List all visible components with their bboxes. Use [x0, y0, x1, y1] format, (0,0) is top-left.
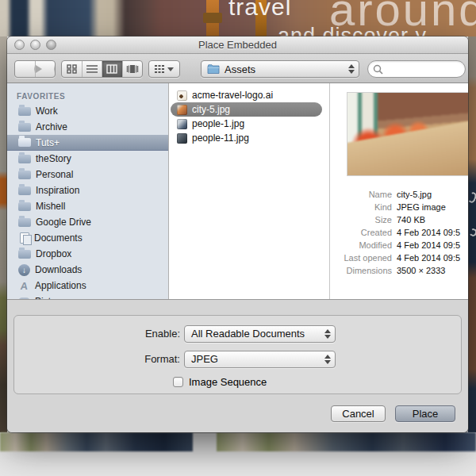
file-row-people-11[interactable]: people-11.jpg [171, 131, 322, 145]
format-row: Format: JPEG [7, 351, 468, 368]
metadata-label: Last opened [330, 253, 397, 263]
sidebar-item-inspiration[interactable]: Inspiration [7, 182, 168, 198]
folder-icon [207, 64, 220, 75]
icon-view-icon [67, 64, 77, 74]
enable-popup[interactable]: All Readable Documents [184, 325, 336, 343]
sidebar-item-label: Personal [36, 169, 73, 180]
coverflow-view-button[interactable] [123, 61, 143, 77]
action-menu-button[interactable] [148, 60, 180, 78]
format-popup[interactable]: JPEG [184, 351, 336, 368]
sidebar-item-pictures[interactable]: Pictures [7, 294, 168, 299]
zoom-window-button[interactable] [46, 40, 56, 50]
metadata-value: JPEG image [397, 202, 446, 212]
poster-script-fragment [469, 228, 476, 237]
backpack-buckle [203, 13, 222, 23]
sidebar-item-label: Documents [34, 232, 83, 244]
popup-stepper-icon [322, 352, 333, 367]
file-list: acme-travel-logo.ai city-5.jpg people-1.… [169, 83, 330, 299]
metadata-row: KindJPEG image [330, 201, 468, 213]
minimize-window-button[interactable] [30, 40, 40, 50]
metadata-row: Dimensions3500 × 2333 [330, 264, 468, 277]
metadata-row: Last opened4 Feb 2014 09:5 [330, 251, 468, 264]
sidebar-item-thestory[interactable]: theStory [7, 151, 168, 167]
image-sequence-label: Image Sequence [189, 376, 267, 388]
close-window-button[interactable] [14, 40, 25, 50]
file-row-acme-travel-logo[interactable]: acme-travel-logo.ai [171, 88, 322, 102]
sidebar-item-personal[interactable]: Personal [7, 167, 168, 182]
action-grid-icon [155, 64, 164, 74]
image-file-icon [177, 105, 187, 115]
toolbar: Assets [7, 54, 468, 83]
sidebar-item-mishell[interactable]: Mishell [7, 198, 168, 214]
metadata-label: Modified [330, 240, 397, 250]
sidebar-item-label: theStory [36, 153, 71, 164]
search-field[interactable] [367, 60, 466, 78]
background-photo-left [0, 432, 193, 451]
sidebar-item-archive[interactable]: Archive [7, 119, 168, 135]
image-file-icon [177, 119, 187, 129]
sidebar-item-google-drive[interactable]: Google Drive [7, 214, 168, 230]
metadata-value: city-5.jpg [397, 190, 432, 199]
title-bar[interactable]: Place Embedded [7, 36, 468, 54]
folder-icon [18, 218, 31, 227]
dialog-title: Place Embedded [7, 36, 468, 53]
image-sequence-row: Image Sequence [173, 375, 267, 388]
sidebar-item-downloads[interactable]: ↓Downloads [7, 262, 168, 278]
background-right-strip [468, 36, 476, 432]
folder-icon [18, 123, 31, 132]
image-sequence-checkbox[interactable] [173, 377, 183, 387]
enable-value: All Readable Documents [191, 328, 305, 340]
column-view-button[interactable] [102, 61, 123, 77]
back-button[interactable] [15, 61, 36, 77]
file-row-people-1[interactable]: people-1.jpg [171, 117, 322, 131]
folder-icon [18, 155, 31, 163]
sidebar-section-label: FAVORITES [7, 90, 168, 103]
metadata-row: Size740 KB [330, 213, 468, 226]
file-browser: FAVORITES Work Archive Tuts+ theStory Pe… [7, 83, 468, 300]
file-row-city-5[interactable]: city-5.jpg [171, 102, 322, 117]
applications-icon: A [17, 280, 31, 292]
metadata-value: 740 KB [397, 215, 425, 225]
cancel-button[interactable]: Cancel [331, 405, 386, 422]
sidebar-item-dropbox[interactable]: Dropbox [7, 246, 168, 262]
sidebar-item-work[interactable]: Work [7, 103, 168, 119]
folder-icon [18, 138, 31, 147]
background-photo-right [217, 432, 476, 451]
sidebar-item-documents[interactable]: Documents [7, 230, 168, 246]
file-name: acme-travel-logo.ai [192, 90, 273, 101]
folder-icon [18, 186, 31, 195]
sidebar-item-label: Tuts+ [36, 137, 60, 148]
metadata-label: Name [330, 190, 397, 199]
folder-icon [18, 171, 31, 179]
forward-button[interactable] [36, 61, 56, 77]
search-input[interactable] [386, 63, 458, 75]
file-name: city-5.jpg [192, 104, 230, 115]
list-view-button[interactable] [83, 61, 103, 77]
preview-pane: Namecity-5.jpg KindJPEG image Size740 KB… [330, 83, 468, 299]
history-nav [14, 60, 56, 78]
column-view-icon [106, 64, 117, 74]
metadata-row: Created4 Feb 2014 09:5 [330, 226, 468, 239]
background-poster: travel around and discover y [0, 0, 476, 36]
metadata-value: 4 Feb 2014 09:5 [397, 253, 460, 263]
file-metadata: Namecity-5.jpg KindJPEG image Size740 KB… [330, 188, 468, 277]
location-popup[interactable]: Assets [201, 60, 359, 78]
enable-row: Enable: All Readable Documents [7, 325, 468, 343]
sidebar-item-applications[interactable]: AApplications [7, 278, 168, 294]
back-icon [15, 65, 35, 73]
image-file-icon [177, 133, 187, 144]
preview-thumbnail [347, 93, 468, 175]
pictures-icon [18, 298, 30, 300]
sidebar-item-tuts[interactable]: Tuts+ [7, 135, 168, 151]
place-button[interactable]: Place [395, 405, 455, 422]
coverflow-view-icon [126, 64, 139, 74]
folder-icon [18, 250, 31, 259]
icon-view-button[interactable] [62, 61, 83, 77]
poster-script-fragment [468, 191, 476, 204]
sidebar-item-label: Work [36, 106, 58, 117]
sidebar-item-label: Archive [36, 121, 67, 132]
folder-icon [18, 202, 31, 211]
metadata-label: Created [330, 228, 397, 237]
popup-stepper-icon [322, 327, 333, 341]
sidebar-item-label: Dropbox [36, 248, 71, 259]
